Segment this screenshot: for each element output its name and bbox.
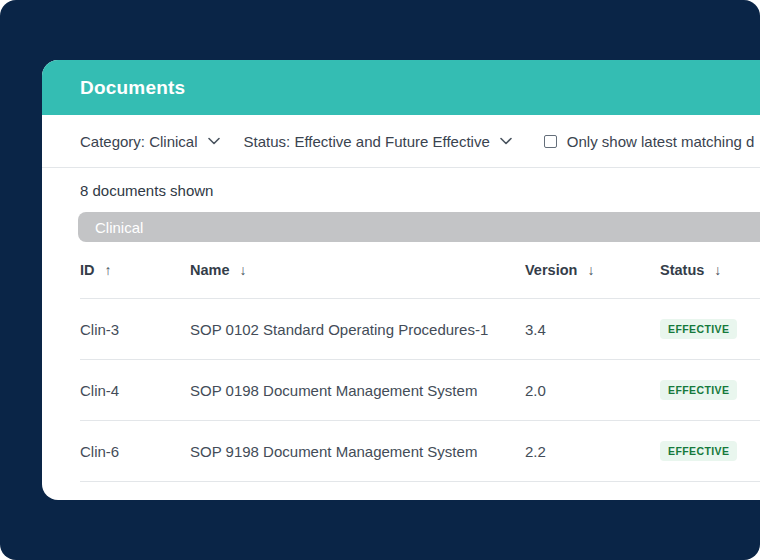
- status-badge: EFFECTIVE: [660, 319, 737, 339]
- sort-desc-icon: ↓: [587, 262, 594, 278]
- latest-matching-checkbox[interactable]: Only show latest matching d: [544, 133, 755, 150]
- cell-version: 2.0: [525, 382, 660, 399]
- column-label: Version: [525, 262, 577, 278]
- sort-desc-icon: ↓: [714, 262, 721, 278]
- column-header-name[interactable]: Name ↓: [190, 262, 525, 278]
- documents-table: ID ↑ Name ↓ Version ↓ Status ↓ Clin-3: [80, 242, 760, 482]
- panel-header: Documents: [42, 60, 760, 115]
- cell-id: Clin-3: [80, 321, 190, 338]
- status-badge: EFFECTIVE: [660, 380, 737, 400]
- column-header-status[interactable]: Status ↓: [660, 262, 760, 278]
- cell-status: EFFECTIVE: [660, 380, 760, 400]
- documents-count-text: 8 documents shown: [80, 182, 213, 199]
- sort-asc-icon: ↑: [105, 262, 112, 278]
- status-badge: EFFECTIVE: [660, 441, 737, 461]
- chevron-down-icon: [208, 137, 220, 145]
- status-filter-label: Status: Effective and Future Effective: [244, 133, 490, 150]
- cell-version: 2.2: [525, 443, 660, 460]
- cell-name: SOP 0102 Standard Operating Procedures-1: [190, 321, 525, 338]
- column-label: ID: [80, 262, 95, 278]
- cell-id: Clin-4: [80, 382, 190, 399]
- category-filter-dropdown[interactable]: Category: Clinical: [80, 133, 220, 150]
- documents-count-summary: 8 documents shown: [42, 168, 760, 212]
- cell-status: EFFECTIVE: [660, 441, 760, 461]
- table-row[interactable]: Clin-4 SOP 0198 Document Management Syst…: [80, 360, 760, 421]
- cell-status: EFFECTIVE: [660, 319, 760, 339]
- latest-matching-checkbox-label: Only show latest matching d: [567, 133, 755, 150]
- chevron-down-icon: [500, 137, 512, 145]
- table-row[interactable]: Clin-6 SOP 9198 Document Management Syst…: [80, 421, 760, 482]
- table-row[interactable]: Clin-3 SOP 0102 Standard Operating Proce…: [80, 299, 760, 360]
- cell-name: SOP 0198 Document Management System: [190, 382, 525, 399]
- table-header-row: ID ↑ Name ↓ Version ↓ Status ↓: [80, 242, 760, 299]
- column-label: Status: [660, 262, 704, 278]
- documents-panel: Documents Category: Clinical Status: Eff…: [42, 60, 760, 500]
- page-title: Documents: [80, 77, 185, 99]
- group-header-clinical[interactable]: Clinical: [78, 212, 760, 242]
- column-header-version[interactable]: Version ↓: [525, 262, 660, 278]
- sort-desc-icon: ↓: [240, 262, 247, 278]
- cell-name: SOP 9198 Document Management System: [190, 443, 525, 460]
- cell-id: Clin-6: [80, 443, 190, 460]
- checkbox-icon: [544, 135, 557, 148]
- column-header-id[interactable]: ID ↑: [80, 262, 190, 278]
- group-header-label: Clinical: [95, 219, 143, 236]
- app-background: Documents Category: Clinical Status: Eff…: [0, 0, 760, 560]
- filter-bar: Category: Clinical Status: Effective and…: [42, 115, 760, 168]
- column-label: Name: [190, 262, 230, 278]
- category-filter-label: Category: Clinical: [80, 133, 198, 150]
- cell-version: 3.4: [525, 321, 660, 338]
- status-filter-dropdown[interactable]: Status: Effective and Future Effective: [244, 133, 512, 150]
